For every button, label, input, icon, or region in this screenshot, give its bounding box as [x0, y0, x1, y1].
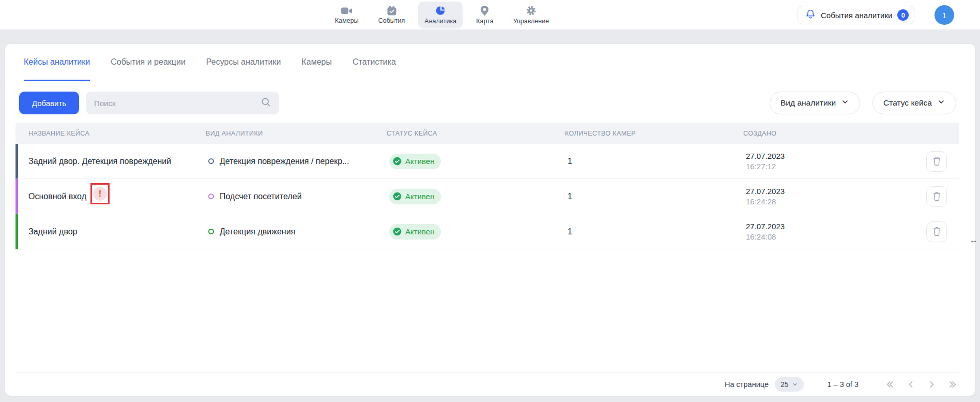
- column-header-case-status: СТАТУС КЕЙСА: [387, 130, 565, 137]
- camera-count: 1: [568, 157, 746, 166]
- top-navigation-bar: Камеры События Аналитика Карта Управлени: [0, 0, 980, 30]
- analytics-cases-panel: Кейсы аналитики События и реакции Ресурс…: [5, 44, 975, 396]
- status-badge: Активен: [389, 224, 441, 240]
- created-date: 27.07.2023: [746, 221, 916, 232]
- tab-cameras[interactable]: Камеры: [301, 44, 332, 81]
- nav-item-analytics[interactable]: Аналитика: [418, 2, 463, 28]
- created-time: 16:24:28: [746, 197, 916, 207]
- check-circle-icon: [393, 192, 402, 201]
- check-circle-icon: [393, 227, 402, 236]
- map-pin-icon: [480, 5, 489, 16]
- created-cell: 27.07.2023 16:24:28: [746, 186, 916, 207]
- created-time: 16:24:08: [746, 232, 916, 242]
- per-page-select[interactable]: 25: [775, 377, 804, 392]
- analytics-type-label: Детекция движения: [220, 227, 295, 236]
- case-name: Задний двор. Детекция повреждений: [18, 157, 208, 166]
- nav-item-map[interactable]: Карта: [470, 2, 499, 28]
- next-page-button[interactable]: [927, 379, 937, 390]
- filter-label: Статус кейса: [883, 98, 932, 108]
- camera-count: 1: [568, 227, 746, 236]
- camera-count: 1: [568, 192, 746, 201]
- trash-icon: [932, 227, 941, 236]
- search-input[interactable]: [94, 99, 255, 108]
- delete-button[interactable]: [926, 221, 947, 242]
- tab-statistics[interactable]: Статистика: [353, 44, 396, 81]
- tab-analytics-resources[interactable]: Ресурсы аналитики: [206, 44, 281, 81]
- status-cell: Активен: [389, 154, 568, 169]
- tab-bar: Кейсы аналитики События и реакции Ресурс…: [5, 44, 975, 81]
- nav-label: Управление: [513, 18, 549, 25]
- analytics-type-cell: Подсчет посетителей: [208, 192, 389, 201]
- status-cell: Активен: [389, 189, 568, 204]
- toolbar: Добавить Вид аналитики Статус кейса: [19, 92, 956, 114]
- analytics-type-icon: [208, 229, 214, 234]
- analytics-type-icon: [208, 193, 214, 199]
- nav-item-management[interactable]: Управление: [507, 2, 556, 28]
- user-avatar[interactable]: 1: [935, 5, 954, 25]
- delete-button[interactable]: [926, 186, 947, 207]
- pie-chart-icon: [435, 5, 446, 16]
- delete-button[interactable]: [926, 151, 947, 172]
- table-row[interactable]: Задний двор Детекция движения Активен 1 …: [16, 214, 959, 249]
- analytics-events-button[interactable]: События аналитики 0: [798, 6, 914, 24]
- add-button[interactable]: Добавить: [19, 92, 79, 114]
- alert-icon: !: [93, 187, 107, 201]
- annotation-highlight: !: [90, 183, 110, 204]
- status-badge: Активен: [389, 189, 441, 204]
- table-row[interactable]: Основной вход ! Подсчет посетителей Акти…: [16, 179, 959, 214]
- first-page-button[interactable]: [884, 379, 895, 390]
- nav-label: Камеры: [335, 17, 359, 24]
- column-header-created: СОЗДАНО: [743, 130, 914, 137]
- analytics-type-label: Подсчет посетителей: [220, 192, 302, 201]
- per-page-value: 25: [780, 380, 789, 389]
- table-row[interactable]: Задний двор. Детекция повреждений Детекц…: [16, 144, 959, 179]
- actions-cell: [916, 151, 959, 172]
- status-label: Активен: [405, 227, 434, 236]
- status-label: Активен: [405, 157, 434, 166]
- search-icon[interactable]: [261, 97, 271, 109]
- column-header-case-name: НАЗВАНИЕ КЕЙСА: [16, 130, 206, 137]
- events-count-badge: 0: [897, 9, 909, 21]
- trash-icon: [932, 191, 941, 201]
- last-page-button[interactable]: [948, 379, 958, 390]
- main-nav: Камеры События Аналитика Карта Управлени: [329, 0, 555, 30]
- created-date: 27.07.2023: [746, 186, 916, 197]
- nav-item-cameras[interactable]: Камеры: [329, 2, 365, 28]
- nav-label: Карта: [476, 18, 493, 25]
- actions-cell: [916, 186, 959, 207]
- tab-events-reactions[interactable]: События и реакции: [111, 44, 186, 81]
- created-date: 27.07.2023: [746, 151, 916, 161]
- previous-page-button[interactable]: [906, 379, 916, 390]
- filter-analytics-type[interactable]: Вид аналитики: [770, 92, 860, 114]
- filter-label: Вид аналитики: [780, 98, 836, 108]
- table-header: НАЗВАНИЕ КЕЙСА ВИД АНАЛИТИКИ СТАТУС КЕЙС…: [16, 123, 959, 144]
- status-cell: Активен: [389, 224, 568, 240]
- analytics-type-cell: Детекция повреждения / перекр...: [208, 157, 389, 166]
- trash-icon: [932, 156, 941, 166]
- tab-analytics-cases[interactable]: Кейсы аналитики: [24, 44, 90, 81]
- nav-item-events[interactable]: События: [372, 2, 411, 28]
- check-circle-icon: [393, 157, 402, 166]
- toolbar-filters: Вид аналитики Статус кейса: [770, 92, 956, 114]
- nav-label: События: [378, 17, 405, 24]
- nav-label: Аналитика: [424, 18, 456, 25]
- bell-icon: [805, 9, 816, 21]
- mouse-cursor: ↔: [970, 235, 977, 244]
- camera-icon: [341, 6, 353, 16]
- status-badge: Активен: [389, 154, 441, 169]
- created-time: 16:27:12: [746, 161, 916, 172]
- case-name: Основной вход !: [18, 188, 208, 204]
- chevron-down-icon: [841, 98, 849, 108]
- analytics-type-cell: Детекция движения: [208, 227, 389, 236]
- chevron-down-icon: [937, 98, 945, 108]
- analytics-type-icon: [208, 158, 214, 164]
- column-header-camera-count: КОЛИЧЕСТВО КАМЕР: [565, 130, 743, 137]
- column-header-analytics-type: ВИД АНАЛИТИКИ: [206, 130, 387, 137]
- created-cell: 27.07.2023 16:24:08: [746, 221, 916, 242]
- pager-controls: [884, 379, 959, 390]
- filter-case-status[interactable]: Статус кейса: [872, 92, 956, 114]
- created-cell: 27.07.2023 16:27:12: [746, 151, 916, 172]
- search-box[interactable]: [86, 92, 279, 114]
- case-name: Задний двор: [18, 227, 208, 236]
- status-label: Активен: [405, 192, 434, 201]
